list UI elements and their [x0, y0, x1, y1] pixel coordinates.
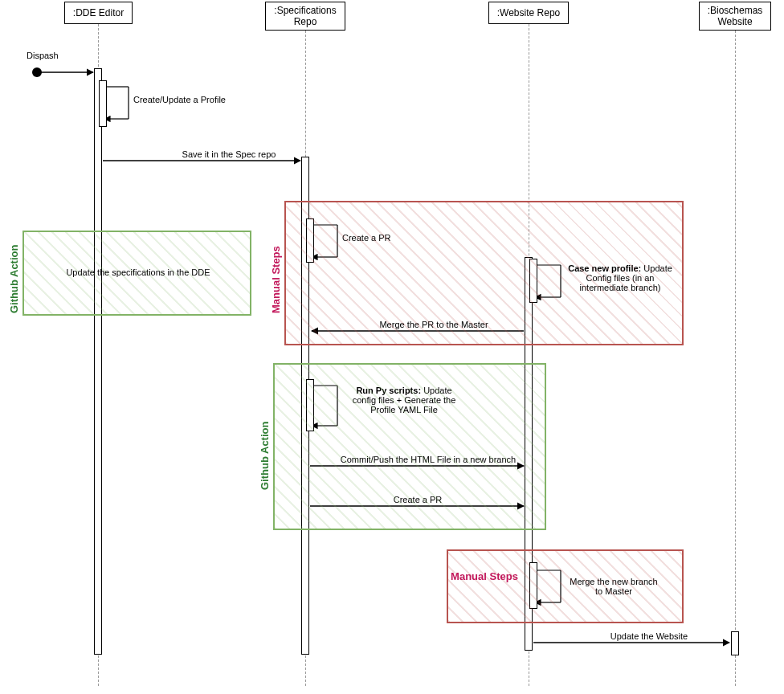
activation-site: [731, 631, 739, 655]
start-node-icon: [32, 67, 42, 77]
zone-title-github-action-1: Github Action: [8, 233, 20, 313]
zone-title-manual-steps-1: Manual Steps: [270, 233, 282, 313]
sequence-diagram: :DDE Editor :Specifications Repo :Websit…: [0, 0, 784, 694]
zone-manual-steps-1: [284, 201, 684, 345]
participant-label: :Website Repo: [497, 7, 561, 18]
participant-spec: :Specifications Repo: [265, 2, 345, 31]
participant-dde: :DDE Editor: [64, 2, 133, 24]
zone-title-github-action-2: Github Action: [259, 402, 271, 490]
msg-update-website: Update the Website: [577, 631, 721, 641]
participant-site: :Bioschemas Website: [699, 2, 771, 31]
activation-dde: [94, 68, 102, 655]
msg-save-spec: Save it in the Spec repo: [153, 149, 305, 159]
msg-create-profile: Create/Update a Profile: [133, 95, 226, 104]
lifeline-site: [735, 31, 736, 686]
zone-github-action-2: [273, 363, 546, 530]
participant-label: :Bioschemas Website: [704, 5, 766, 27]
activation-dde-self: [99, 80, 107, 127]
zone-title-manual-steps-2: Manual Steps: [450, 570, 519, 582]
msg-update-dde: Update the specifications in the DDE: [34, 267, 243, 277]
participant-web: :Website Repo: [488, 2, 569, 24]
dispatch-label: Dispash: [27, 51, 75, 60]
participant-label: :DDE Editor: [73, 7, 124, 18]
participant-label: :Specifications Repo: [271, 5, 340, 27]
zone-manual-steps-2: [447, 549, 684, 623]
